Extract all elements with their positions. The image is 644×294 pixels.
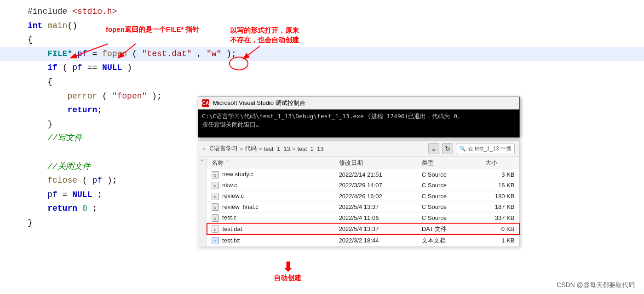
code-text: pf = NULL ;	[28, 188, 102, 202]
file-date: 2022/5/4 13:37	[334, 202, 417, 213]
code-line-6: {	[0, 75, 644, 89]
col-header-type: 类型	[417, 157, 481, 169]
console-line-1: C:\C语言学习\代码\test_1_13\Debug\test_1_13.ex…	[202, 112, 516, 121]
file-date: 2022/3/2 18:44	[334, 235, 417, 246]
scroll-up[interactable]: ⌃	[198, 157, 206, 167]
explorer-nav: « C语言学习 > 代码 > test_1_13 > test_1_13 ⌄ ↻…	[198, 141, 519, 157]
file-size: 187 KB	[481, 202, 519, 213]
file-name: c new study.c	[207, 169, 334, 180]
file-name: c review_final.c	[207, 202, 334, 213]
nav-part-3: test_1_13	[264, 145, 290, 152]
code-text: return;	[28, 103, 102, 117]
file-date: 2022/3/29 14:07	[334, 180, 417, 191]
code-line-2: int main()	[0, 19, 644, 33]
console-body: C:\C语言学习\代码\test_1_13\Debug\test_1_13.ex…	[198, 110, 519, 137]
table-row-dat[interactable]: d test.dat 2022/5/4 13:37 DAT 文件 0 KB	[207, 223, 519, 235]
file-type: C Source	[417, 169, 481, 180]
file-date: 2022/5/4 11:06	[334, 213, 417, 224]
file-date: 2022/4/26 16:02	[334, 191, 417, 202]
nav-refresh-btn[interactable]: ↻	[442, 143, 453, 154]
scroll-sidebar: ⌃	[198, 157, 207, 247]
code-text: //关闭文件	[28, 160, 91, 174]
csdn-watermark: CSDN @@每天都要敲代码	[557, 281, 635, 289]
console-icon: CA	[202, 99, 209, 107]
file-type: C Source	[417, 202, 481, 213]
file-size: 0 KB	[481, 223, 519, 235]
col-header-date: 修改日期	[334, 157, 417, 169]
table-header-row: 名称 ⌃ 修改日期 类型 大小	[207, 157, 519, 169]
file-icon-c: c	[212, 214, 219, 222]
code-text: perror ( "fopen" );	[28, 89, 162, 104]
file-table: 名称 ⌃ 修改日期 类型 大小 c new study.c 2022/2/14 …	[207, 157, 519, 247]
col-header-size: 大小	[481, 157, 519, 169]
table-row[interactable]: c new study.c 2022/2/14 21:51 C Source 3…	[207, 169, 519, 180]
file-type: C Source	[417, 180, 481, 191]
code-line-5: if ( pf == NULL )	[0, 61, 644, 75]
explorer-window: « C语言学习 > 代码 > test_1_13 > test_1_13 ⌄ ↻…	[198, 140, 520, 247]
file-name: d test.dat	[207, 223, 334, 235]
console-titlebar: CA Microsoft Visual Studio 调试控制台	[198, 97, 519, 110]
code-text: {	[28, 33, 33, 47]
file-name: t test.txt	[207, 235, 334, 246]
file-name: c nkw.c	[207, 180, 334, 191]
table-row[interactable]: t test.txt 2022/3/2 18:44 文本文档 1 KB	[207, 235, 519, 246]
file-type: 文本文档	[417, 235, 481, 246]
code-line-4: FILE* pf = fopen ( "test.dat" , "w" );	[0, 47, 644, 61]
col-header-name: 名称 ⌃	[207, 157, 334, 169]
file-size: 180 KB	[481, 191, 519, 202]
file-size: 16 KB	[481, 180, 519, 191]
code-text: FILE* pf = fopen ( "test.dat" , "w" );	[28, 47, 236, 61]
search-placeholder: 在 test_1_13 中搜	[468, 145, 512, 153]
file-size: 1 KB	[481, 235, 519, 246]
console-line-2: 按任意键关闭此窗口…	[202, 121, 516, 129]
console-window: CA Microsoft Visual Studio 调试控制台 C:\C语言学…	[198, 97, 520, 138]
autocreate-text: 自动创建	[274, 274, 301, 282]
file-type: DAT 文件	[417, 223, 481, 235]
table-row[interactable]: c review_final.c 2022/5/4 13:37 C Source…	[207, 202, 519, 213]
code-text: fclose ( pf );	[28, 173, 117, 188]
code-line-1: #include <stdio.h>	[0, 5, 644, 19]
file-icon-dat: d	[212, 225, 219, 233]
code-line-3: {	[0, 33, 644, 47]
file-icon-c: c	[212, 193, 219, 200]
code-text: }	[28, 216, 33, 230]
file-date: 2022/5/4 13:37	[334, 223, 417, 235]
table-row[interactable]: c test.c 2022/5/4 11:06 C Source 337 KB	[207, 213, 519, 224]
search-icon: 🔍	[459, 145, 466, 152]
code-text: //写文件	[28, 131, 82, 145]
file-name: c test.c	[207, 213, 334, 224]
table-row[interactable]: c review.c 2022/4/26 16:02 C Source 180 …	[207, 191, 519, 202]
watermark-text: CSDN @@每天都要敲代码	[557, 281, 635, 288]
autocreate-annotation: ⬇ 自动创建	[274, 261, 301, 282]
code-text: return 0 ;	[28, 202, 97, 216]
code-text: #include <stdio.h>	[28, 5, 117, 19]
explorer-content: ⌃ 名称 ⌃ 修改日期 类型 大小 c new study.c 2022	[198, 157, 519, 247]
nav-part-1: C语言学习	[209, 144, 237, 153]
search-bar[interactable]: 🔍 在 test_1_13 中搜	[456, 144, 515, 154]
code-text: }	[28, 117, 52, 132]
nav-part-2: 代码	[245, 144, 257, 153]
file-name: c review.c	[207, 191, 334, 202]
file-type: C Source	[417, 191, 481, 202]
code-text: int main()	[28, 19, 77, 33]
file-type: C Source	[417, 213, 481, 224]
console-title: Microsoft Visual Studio 调试控制台	[213, 99, 305, 107]
nav-controls: ⌄ ↻ 🔍 在 test_1_13 中搜	[428, 143, 515, 154]
file-size: 3 KB	[481, 169, 519, 180]
code-text: if ( pf == NULL )	[28, 61, 132, 75]
code-text: {	[28, 75, 52, 89]
nav-path: C语言学习 > 代码 > test_1_13 > test_1_13	[209, 144, 424, 153]
file-date: 2022/2/14 21:51	[334, 169, 417, 180]
file-size: 337 KB	[481, 213, 519, 224]
file-icon-c: c	[212, 203, 219, 211]
nav-dropdown-btn[interactable]: ⌄	[428, 143, 439, 154]
nav-part-4: test_1_13	[297, 145, 323, 152]
table-row[interactable]: c nkw.c 2022/3/29 14:07 C Source 16 KB	[207, 180, 519, 191]
file-icon-c: c	[212, 182, 219, 189]
file-icon-txt: t	[212, 237, 219, 244]
file-icon-c: c	[212, 171, 219, 179]
down-arrow-icon: ⬇	[274, 261, 301, 274]
